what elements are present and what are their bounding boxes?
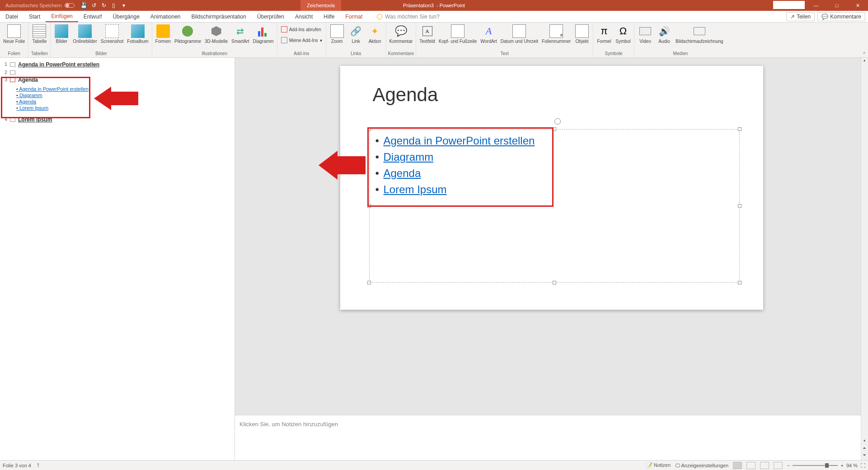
resize-handle[interactable] <box>738 127 741 131</box>
display-settings[interactable]: 🖵 Anzeigeeinstellungen <box>675 463 728 468</box>
outline-panel[interactable]: 1 Agenda in PowerPoint erstellen 2 3 Age… <box>0 58 235 460</box>
my-addins-button[interactable]: Meine Add-Ins ▾ <box>279 36 324 44</box>
resize-handle[interactable] <box>367 204 371 208</box>
3d-models-button[interactable]: 3D-Modelle <box>203 23 229 45</box>
fit-to-window-icon[interactable]: ⛶ <box>860 463 865 468</box>
outline-slide-2[interactable]: 2 <box>3 69 235 76</box>
notes-pane[interactable]: Klicken Sie, um Notizen hinzuzufügen <box>235 415 861 460</box>
tab-home[interactable]: Start <box>23 11 46 22</box>
undo-icon[interactable]: ↺ <box>91 2 97 9</box>
slide-canvas-area[interactable]: Agenda Agenda in PowerPoint erstellen Di… <box>235 58 868 415</box>
language-indicator[interactable]: 🡑 <box>36 463 41 468</box>
audio-button[interactable]: 🔊Audio <box>655 23 673 45</box>
textbox-button[interactable]: ATextfeld <box>418 23 436 45</box>
prev-slide-icon[interactable]: ⏶ <box>861 446 868 453</box>
scroll-up-icon[interactable]: ▴ <box>861 58 868 65</box>
comment-button[interactable]: 💬Kommentar <box>388 23 414 45</box>
resize-handle[interactable] <box>367 281 371 284</box>
tab-slideshow[interactable]: Bildschirmpräsentation <box>186 11 252 22</box>
rotate-handle-icon[interactable] <box>554 118 561 125</box>
vertical-scrollbar[interactable]: ▴ ▾ ⏶ ⏷ <box>861 58 868 460</box>
collapse-ribbon-icon[interactable]: ^ <box>863 51 865 56</box>
tab-help[interactable]: Hilfe <box>318 11 340 22</box>
group-slides: Neue Folie Folien <box>0 23 28 57</box>
table-button[interactable]: Tabelle <box>30 23 48 45</box>
resize-handle[interactable] <box>738 204 741 208</box>
video-button[interactable]: Video <box>636 23 654 45</box>
wordart-button[interactable]: AWordArt <box>479 23 498 45</box>
minimize-icon[interactable]: — <box>806 0 826 11</box>
tab-format[interactable]: Format <box>340 11 368 22</box>
zoom-in-icon[interactable]: + <box>840 463 843 468</box>
outline-slide-1[interactable]: 1 Agenda in PowerPoint erstellen <box>3 60 235 69</box>
action-button[interactable]: ✦Aktion <box>366 23 384 45</box>
redo-icon[interactable]: ↻ <box>101 2 107 9</box>
slide-counter[interactable]: Folie 3 von 4 <box>3 463 31 468</box>
tab-view[interactable]: Ansicht <box>290 11 318 22</box>
header-footer-button[interactable]: Kopf- und Fußzeile <box>437 23 479 45</box>
next-slide-icon[interactable]: ⏷ <box>861 453 868 460</box>
slideshow-view-icon[interactable] <box>774 462 783 469</box>
zoom-button[interactable]: Zoom <box>328 23 346 45</box>
resize-handle[interactable] <box>367 127 371 131</box>
shapes-button[interactable]: Formen <box>154 23 172 45</box>
slide-title[interactable]: Agenda <box>373 84 438 106</box>
new-slide-button[interactable]: Neue Folie <box>2 23 26 45</box>
outline-bullet-link[interactable]: Diagramm <box>16 92 89 98</box>
date-time-button[interactable]: Datum und Uhrzeit <box>499 23 540 45</box>
get-addins-button[interactable]: Add-Ins abrufen <box>279 25 323 33</box>
outline-bullet-link[interactable]: Agenda in PowerPoint erstellen <box>16 86 89 92</box>
slide-sorter-view-icon[interactable] <box>746 462 755 469</box>
link-button[interactable]: 🔗Link <box>347 23 365 45</box>
autosave-switch-icon[interactable] <box>65 3 75 8</box>
icons-button[interactable]: Piktogramme <box>173 23 202 45</box>
online-pictures-button[interactable]: Onlinebilder <box>71 23 98 45</box>
scroll-down-icon[interactable]: ▾ <box>861 438 868 446</box>
tab-file[interactable]: Datei <box>0 11 23 22</box>
start-from-beginning-icon[interactable]: ▯ <box>111 2 117 9</box>
zoom-out-icon[interactable]: − <box>787 463 790 468</box>
outline-bullet-link[interactable]: Agenda <box>16 98 89 105</box>
chart-button[interactable]: Diagramm <box>252 23 275 45</box>
screenshot-button[interactable]: Screenshot <box>99 23 125 45</box>
tab-insert[interactable]: Einfügen <box>46 11 78 22</box>
close-icon[interactable]: ✕ <box>847 0 868 11</box>
slide-hyperlink[interactable]: Lorem Ipsum <box>375 181 535 198</box>
zoom-level[interactable]: 94 % <box>846 463 858 468</box>
zoom-slider[interactable] <box>793 465 838 466</box>
normal-view-icon[interactable] <box>733 462 742 469</box>
photo-album-button[interactable]: Fotoalbum <box>126 23 150 45</box>
autosave-toggle[interactable]: Automatisches Speichern <box>5 3 75 8</box>
tab-design[interactable]: Entwurf <box>78 11 108 22</box>
symbol-button[interactable]: ΩSymbol <box>614 23 632 45</box>
reading-view-icon[interactable] <box>760 462 769 469</box>
screen-recording-button[interactable]: Bildschirmaufzeichnung <box>674 23 725 45</box>
outline-bullet-link[interactable]: Lorem Ipsum <box>16 105 89 111</box>
outline-slide-4[interactable]: 4 Lorem Ipsum <box>3 116 235 124</box>
comments-button[interactable]: 💬Kommentare <box>817 12 865 21</box>
tab-review[interactable]: Überprüfen <box>252 11 290 22</box>
qat-dropdown-icon[interactable]: ▾ <box>121 2 127 9</box>
zoom-control[interactable]: − + 94 % ⛶ <box>787 463 865 468</box>
slide-hyperlink[interactable]: Diagramm <box>375 149 535 165</box>
tab-animations[interactable]: Animationen <box>145 11 186 22</box>
annotation-arrow-icon <box>319 151 366 180</box>
slide-hyperlink[interactable]: Agenda in PowerPoint erstellen <box>375 133 535 149</box>
slide-canvas[interactable]: Agenda Agenda in PowerPoint erstellen Di… <box>340 66 763 310</box>
resize-handle[interactable] <box>553 127 556 131</box>
equation-button[interactable]: πFormel <box>595 23 613 45</box>
maximize-icon[interactable]: □ <box>826 0 847 11</box>
share-button[interactable]: ↗Teilen <box>786 12 815 21</box>
object-button[interactable]: Objekt <box>573 23 591 45</box>
save-icon[interactable]: 💾 <box>81 2 87 9</box>
pictures-button[interactable]: Bilder <box>52 23 70 45</box>
resize-handle[interactable] <box>738 281 741 284</box>
resize-handle[interactable] <box>553 281 556 284</box>
slide-number-button[interactable]: #Foliennummer <box>540 23 572 45</box>
tab-transitions[interactable]: Übergänge <box>107 11 145 22</box>
slide-hyperlink[interactable]: Agenda <box>375 165 535 181</box>
notes-toggle[interactable]: 📝 Notizen <box>646 462 671 468</box>
tell-me-search[interactable]: Was möchten Sie tun? <box>377 11 439 22</box>
ribbon-display-options-icon[interactable]: ▭ <box>785 0 806 11</box>
smartart-button[interactable]: ⇄SmartArt <box>230 23 250 45</box>
